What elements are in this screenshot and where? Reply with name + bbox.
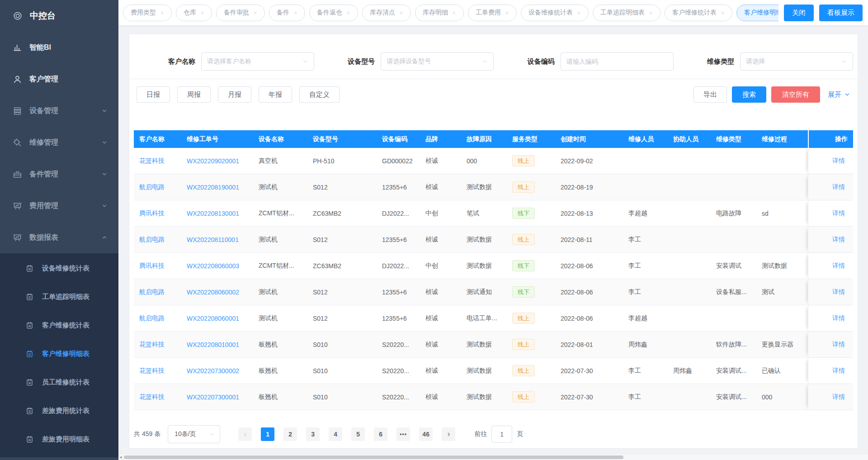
scroll-left-arrow-icon[interactable]: ◂	[119, 454, 122, 460]
order-link[interactable]: WX202207300002	[187, 367, 239, 375]
customer-link[interactable]: 航启电路	[139, 236, 165, 243]
close-tab-icon[interactable]	[293, 11, 297, 15]
tab-7[interactable]: 库存明细	[415, 5, 464, 21]
tab-5[interactable]: 备件返仓	[309, 5, 358, 21]
export-button[interactable]: 导出	[693, 86, 727, 103]
detail-link[interactable]: 详情	[832, 209, 845, 217]
detail-link[interactable]: 详情	[832, 367, 845, 374]
detail-link[interactable]: 详情	[832, 314, 845, 322]
chevron-down-icon	[844, 91, 850, 98]
search-button[interactable]: 搜索	[732, 86, 766, 103]
order-link[interactable]: WX202208060003	[187, 262, 239, 270]
tab-12[interactable]: 客户维修明细表	[736, 5, 778, 21]
filter-input[interactable]	[561, 52, 674, 71]
order-link[interactable]: WX202209020001	[187, 157, 239, 165]
close-tab-icon[interactable]	[505, 11, 509, 15]
order-link[interactable]: WX202208010001	[187, 341, 239, 348]
page-button-6[interactable]: 6	[374, 427, 387, 441]
cell-customer: 花篮科技	[134, 157, 181, 165]
detail-link[interactable]: 详情	[832, 157, 845, 164]
tab-2[interactable]: 仓库	[176, 5, 212, 21]
order-link[interactable]: WX202208190001	[187, 184, 239, 191]
customer-link[interactable]: 航启电路	[139, 183, 165, 190]
sidebar-subitem-6[interactable]: 差旅费用统计表	[0, 397, 118, 425]
page-button-5[interactable]: 5	[351, 427, 365, 441]
customer-link[interactable]: 花篮科技	[139, 367, 165, 374]
next-page-button[interactable]	[442, 427, 455, 441]
tab-6[interactable]: 库存清点	[362, 5, 411, 21]
detail-link[interactable]: 详情	[832, 262, 845, 269]
page-button-46[interactable]: 46	[419, 427, 433, 441]
order-link[interactable]: WX202208110001	[187, 236, 239, 243]
board-display-button[interactable]: 看板展示	[819, 5, 863, 21]
more-pages-button[interactable]: •••	[396, 427, 410, 441]
goto-page-input[interactable]	[491, 426, 512, 443]
period-button-1[interactable]: 日报	[137, 86, 170, 103]
tab-11[interactable]: 客户维修统计表	[665, 5, 732, 21]
sidebar-item-2[interactable]: 客户管理	[0, 63, 118, 95]
close-tab-icon[interactable]	[200, 11, 204, 15]
customer-link[interactable]: 花篮科技	[139, 393, 165, 400]
close-tab-icon[interactable]	[649, 11, 653, 15]
period-button-3[interactable]: 月报	[218, 86, 251, 103]
filter-select[interactable]: 请选择客户名称	[201, 52, 314, 71]
period-button-2[interactable]: 周报	[177, 86, 211, 103]
page-button-3[interactable]: 3	[306, 427, 320, 441]
detail-link[interactable]: 详情	[832, 183, 845, 190]
expand-toggle[interactable]: 展开	[828, 90, 850, 99]
sidebar-item-6[interactable]: 费用管理	[0, 190, 118, 222]
horizontal-scrollbar[interactable]: ◂	[118, 454, 868, 460]
page-button-1[interactable]: 1	[261, 427, 274, 441]
customer-link[interactable]: 花篮科技	[139, 341, 165, 348]
period-button-5[interactable]: 自定义	[299, 86, 340, 103]
period-button-4[interactable]: 年报	[259, 86, 292, 103]
customer-link[interactable]: 腾讯科技	[139, 209, 165, 217]
customer-link[interactable]: 花篮科技	[139, 157, 165, 164]
order-link[interactable]: WX202208060001	[187, 315, 239, 322]
sidebar-subitem-4[interactable]: 客户维修明细表	[0, 340, 118, 368]
sidebar-subitem-1[interactable]: 设备维修统计表	[0, 254, 118, 283]
order-link[interactable]: WX202207300001	[187, 394, 239, 401]
close-tab-icon[interactable]	[721, 11, 725, 15]
close-tab-icon[interactable]	[577, 11, 581, 15]
sidebar-subitem-3[interactable]: 客户维修统计表	[0, 311, 118, 340]
sidebar-item-4[interactable]: 维修管理	[0, 127, 118, 158]
detail-link[interactable]: 详情	[832, 393, 845, 400]
tab-10[interactable]: 工单追踪明细表	[593, 5, 660, 21]
detail-link[interactable]: 详情	[832, 288, 845, 295]
sidebar-item-5[interactable]: 备件管理	[0, 158, 118, 190]
close-tab-icon[interactable]	[253, 11, 257, 15]
sidebar-item-3[interactable]: 设备管理	[0, 95, 118, 127]
sidebar-subitem-5[interactable]: 员工维修统计表	[0, 368, 118, 397]
clear-all-button[interactable]: 清空所有	[771, 86, 820, 103]
close-tab-icon[interactable]	[346, 11, 350, 15]
scrollbar-thumb[interactable]	[124, 455, 623, 459]
page-button-2[interactable]: 2	[283, 427, 297, 441]
prev-page-button[interactable]	[238, 427, 252, 441]
sidebar-item-7[interactable]: 数据报表	[0, 222, 118, 253]
customer-link[interactable]: 腾讯科技	[139, 262, 165, 269]
detail-link[interactable]: 详情	[832, 341, 845, 348]
filter-select[interactable]: 请选择	[740, 52, 853, 71]
sidebar-item-1[interactable]: 智能BI	[0, 32, 118, 63]
tab-1[interactable]: 费用类型	[123, 5, 172, 21]
order-link[interactable]: WX202208130001	[187, 210, 239, 217]
customer-link[interactable]: 航启电路	[139, 314, 165, 322]
close-tab-icon[interactable]	[452, 11, 456, 15]
close-tab-icon[interactable]	[399, 11, 403, 15]
page-size-select[interactable]: 10条/页	[168, 425, 220, 443]
tab-3[interactable]: 备件审批	[216, 5, 265, 21]
filter-select[interactable]: 请选择设备型号	[381, 52, 494, 71]
order-link[interactable]: WX202208060002	[187, 289, 239, 296]
sidebar-subitem-7[interactable]: 差旅费用明细表	[0, 425, 118, 454]
sidebar-subitem-2[interactable]: 工单追踪明细表	[0, 283, 118, 311]
close-tab-icon[interactable]	[160, 11, 164, 15]
tab-9[interactable]: 设备维修统计表	[521, 5, 589, 21]
tab-4[interactable]: 备件	[269, 5, 305, 21]
tab-8[interactable]: 工单费用	[468, 5, 517, 21]
close-button[interactable]: 关闭	[784, 5, 814, 21]
customer-link[interactable]: 航启电路	[139, 288, 165, 295]
detail-link[interactable]: 详情	[832, 236, 845, 243]
page-button-4[interactable]: 4	[329, 427, 342, 441]
cell-brand: 桢诚	[420, 157, 461, 165]
